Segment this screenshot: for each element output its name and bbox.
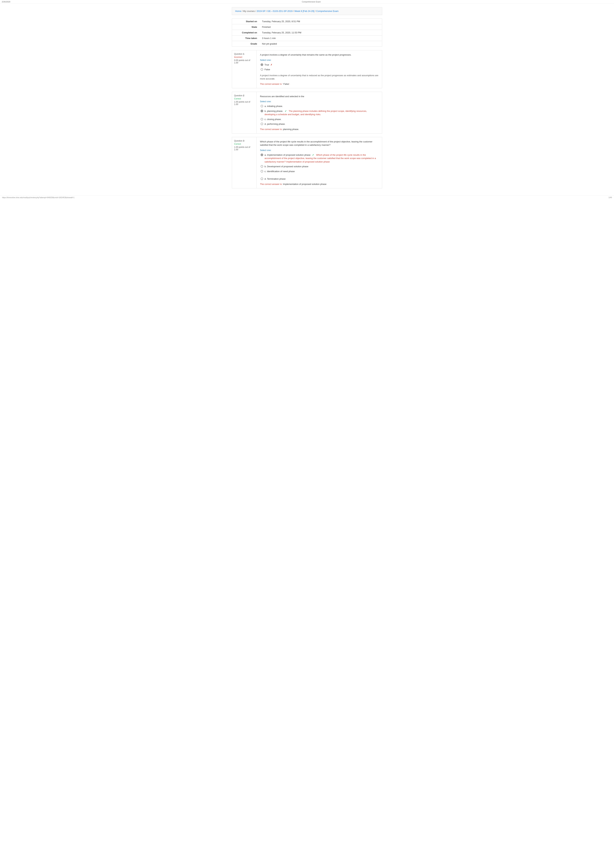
question-number-2: 2 <box>243 95 244 97</box>
option-text-2-2: c. closing phase. <box>264 118 379 121</box>
question-text-3: Which phase of the project life cycle re… <box>260 140 379 147</box>
question-sidebar-2: Question 2Correct1.00 points out of 1.00 <box>232 92 256 133</box>
started-label: Started on <box>232 19 260 24</box>
question-block-2: Question 2Correct1.00 points out of 1.00… <box>232 92 382 133</box>
correct-answer-prefix-2: The correct answer is: <box>260 128 283 130</box>
question-text-1: A project involves a degree of uncertain… <box>260 53 379 57</box>
option-text-1-0: True ✗ <box>264 63 379 67</box>
correct-mark-2-1: ✔ <box>284 110 287 112</box>
exam-info-table: Started on Tuesday, February 25, 2020, 8… <box>232 19 382 46</box>
correct-mark-3-0: ✔ <box>312 153 314 156</box>
info-row-started: Started on Tuesday, February 25, 2020, 8… <box>232 19 382 24</box>
correct-answer-value-1: False <box>283 83 289 85</box>
started-value: Tuesday, February 25, 2020, 8:51 PM <box>260 19 382 24</box>
question-label-2: Question 2 <box>234 95 254 97</box>
breadcrumb-sep4: / <box>293 10 294 12</box>
correct-answer-line-3: The correct answer is: Implementation of… <box>260 183 379 185</box>
correct-answer-value-2: planning phase. <box>283 128 299 130</box>
option-item-3-0: a. Implementation of proposed solution p… <box>261 153 379 164</box>
question-points-3: 1.00 points out of 1.00 <box>234 146 254 151</box>
question-status-2: Correct <box>234 98 254 100</box>
option-text-3-3: d. Termination phase <box>264 177 379 181</box>
option-text-2-3: d. performing phase. <box>264 122 379 126</box>
info-row-state: State Finished <box>232 24 382 30</box>
correct-answer-line-1: The correct answer is ' False'. <box>260 83 379 85</box>
top-bar-date: 2/26/2020 <box>2 1 10 3</box>
breadcrumb-course[interactable]: GE---5103-2D1-SP-2019 <box>267 10 292 12</box>
state-value: Finished <box>260 24 382 30</box>
option-item-1-0: True ✗ <box>261 63 379 67</box>
breadcrumb: Home / My courses / 2019-SP / GE---5103-… <box>232 7 382 15</box>
option-feedback-inline-2-1: The planning phase includes defining the… <box>264 110 367 116</box>
feedback-text-1: A project involves a degree of uncertain… <box>260 74 379 81</box>
top-bar: 2/26/2020 Comprehensive Exam <box>0 0 614 4</box>
breadcrumb-mycourses: My courses <box>243 10 255 12</box>
option-item-2-3: d. performing phase. <box>261 122 379 126</box>
radio-2-3 <box>261 123 263 125</box>
radio-2-0 <box>261 105 263 107</box>
option-list-1: True ✗False <box>261 63 379 71</box>
timetaken-value: 3 hours 1 min <box>260 36 382 41</box>
option-text-3-2: c. Identification of need phase <box>264 170 379 173</box>
breadcrumb-week[interactable]: Week 8 [Feb 24-29] <box>294 10 314 12</box>
question-number-3: 3 <box>243 140 244 142</box>
breadcrumb-year[interactable]: 2019-SP <box>256 10 266 12</box>
radio-3-2 <box>261 170 263 172</box>
completed-value: Tuesday, February 25, 2020, 11:53 PM <box>260 30 382 36</box>
question-text-2: Resources are identified and selected in… <box>260 95 379 98</box>
question-body-2: Resources are identified and selected in… <box>256 92 382 133</box>
correct-answer-prefix-3: The correct answer is: <box>260 183 283 185</box>
option-item-2-2: c. closing phase. <box>261 118 379 121</box>
breadcrumb-exam[interactable]: Comprehensive Exam <box>316 10 339 12</box>
questions-container: Question 1Incorrect0.00 points out of 1.… <box>232 50 382 188</box>
timetaken-label: Time taken <box>232 36 260 41</box>
bottom-page: 1/49 <box>609 197 612 198</box>
option-text-2-0: a. initiating phase. <box>264 104 379 108</box>
radio-3-3 <box>261 178 263 180</box>
breadcrumb-sep1: / <box>242 10 243 12</box>
question-block-3: Question 3Correct1.00 points out of 1.00… <box>232 137 382 188</box>
option-text-3-0: a. Implementation of proposed solution p… <box>264 153 379 164</box>
option-item-3-2: c. Identification of need phase <box>261 170 379 173</box>
option-item-2-1: b. planning phase. ✔ The planning phase … <box>261 109 379 116</box>
breadcrumb-sep5: / <box>315 10 316 12</box>
question-label-3: Question 3 <box>234 140 254 142</box>
radio-3-1 <box>261 165 263 167</box>
option-item-1-1: False <box>261 68 379 71</box>
breadcrumb-sep3: / <box>266 10 267 12</box>
radio-1-0 <box>261 64 263 66</box>
correct-answer-suffix-1: '. <box>289 83 290 85</box>
select-one-label-1: Select one: <box>260 59 379 61</box>
option-text-3-1: b. Development of proposed solution phas… <box>264 165 379 168</box>
question-block-1: Question 1Incorrect0.00 points out of 1.… <box>232 50 382 88</box>
option-list-3: a. Implementation of proposed solution p… <box>261 153 379 181</box>
radio-2-2 <box>261 118 263 120</box>
state-label: State <box>232 24 260 30</box>
bottom-url[interactable]: https://trineonline.trine.edu/mod/quiz/r… <box>2 197 75 198</box>
option-list-2: a. initiating phase.b. planning phase. ✔… <box>261 104 379 126</box>
question-body-3: Which phase of the project life cycle re… <box>256 137 382 188</box>
question-points-2: 1.00 points out of 1.00 <box>234 101 254 105</box>
main-content: Home / My courses / 2019-SP / GE---5103-… <box>229 7 385 188</box>
question-label-1: Question 1 <box>234 53 254 55</box>
option-feedback-inline-3-0: Which phase of the project life cycle re… <box>264 153 376 163</box>
completed-label: Completed on <box>232 30 260 36</box>
breadcrumb-sep2: / <box>255 10 256 12</box>
grade-label: Grade <box>232 41 260 46</box>
grade-value: Not yet graded <box>260 41 382 46</box>
question-status-1: Incorrect <box>234 56 254 58</box>
question-number-1: 1 <box>243 53 244 55</box>
breadcrumb-home[interactable]: Home <box>235 10 241 12</box>
correct-answer-value-3: Implementation of proposed solution phas… <box>283 183 326 185</box>
question-points-1: 0.00 points out of 1.00 <box>234 59 254 64</box>
option-text-2-1: b. planning phase. ✔ The planning phase … <box>264 109 379 116</box>
option-item-3-3: d. Termination phase <box>261 177 379 181</box>
top-bar-title: Comprehensive Exam <box>302 1 321 3</box>
info-row-completed: Completed on Tuesday, February 25, 2020,… <box>232 30 382 36</box>
wrong-mark-1-0: ✗ <box>270 64 272 66</box>
question-sidebar-3: Question 3Correct1.00 points out of 1.00 <box>232 137 256 188</box>
correct-answer-line-2: The correct answer is: planning phase. <box>260 128 379 130</box>
option-item-2-0: a. initiating phase. <box>261 104 379 108</box>
correct-answer-prefix-1: The correct answer is ' <box>260 83 283 85</box>
select-one-label-3: Select one: <box>260 149 379 152</box>
